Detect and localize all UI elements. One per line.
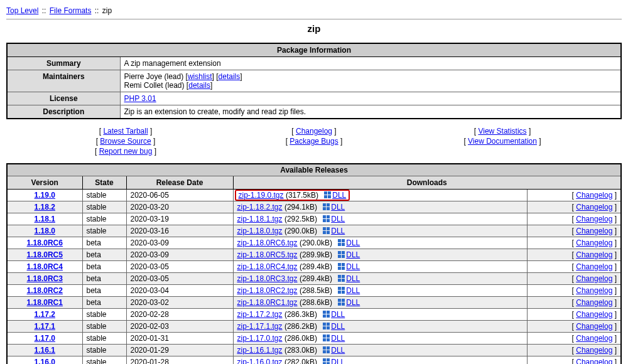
details-link[interactable]: details xyxy=(219,72,241,81)
table-row: 1.18.0stable2020-03-16zip-1.18.0.tgz (29… xyxy=(7,225,621,237)
dll-link[interactable]: DLL xyxy=(331,358,345,364)
download-tgz-link[interactable]: zip-1.18.0RC5.tgz xyxy=(237,250,298,259)
table-row: 1.17.2stable2020-02-28zip-1.17.2.tgz (28… xyxy=(7,309,621,321)
version-link[interactable]: 1.17.1 xyxy=(35,322,55,331)
table-row: 1.18.1stable2020-03-19zip-1.18.1.tgz (29… xyxy=(7,213,621,225)
row-changelog-link[interactable]: Changelog xyxy=(576,250,612,259)
dll-link[interactable]: DLL xyxy=(331,322,345,331)
breadcrumb-sep: :: xyxy=(95,6,99,15)
download-tgz-link[interactable]: zip-1.17.0.tgz xyxy=(237,334,283,343)
dll-link[interactable]: DLL xyxy=(346,286,360,295)
report-bug-link[interactable]: Report new bug xyxy=(99,147,153,156)
dll-link[interactable]: DLL xyxy=(331,310,345,319)
download-tgz-link[interactable]: zip-1.18.0RC6.tgz xyxy=(237,238,298,247)
wishlist-link[interactable]: wishlist xyxy=(188,72,212,81)
date-value: 2020-01-31 xyxy=(126,333,233,345)
col-date: Release Date xyxy=(126,176,233,190)
row-changelog-link[interactable]: Changelog xyxy=(576,358,612,364)
download-cell: zip-1.16.1.tgz (283.0kB) DLL xyxy=(233,345,527,356)
date-value: 2020-02-28 xyxy=(126,309,233,321)
dll-link[interactable]: DLL xyxy=(346,238,360,247)
version-link[interactable]: 1.18.0RC6 xyxy=(27,238,63,247)
breadcrumb-formats[interactable]: File Formats xyxy=(50,6,92,15)
dll-link[interactable]: DLL xyxy=(331,203,345,211)
row-changelog-link[interactable]: Changelog xyxy=(576,274,612,283)
version-link[interactable]: 1.19.0 xyxy=(35,191,55,200)
version-link[interactable]: 1.18.0RC3 xyxy=(27,274,63,283)
download-tgz-link[interactable]: zip-1.18.0RC3.tgz xyxy=(237,274,298,283)
view-stats-link[interactable]: View Statistics xyxy=(478,127,526,136)
version-link[interactable]: 1.18.0 xyxy=(35,227,55,235)
download-tgz-link[interactable]: zip-1.18.2.tgz xyxy=(237,203,283,211)
state-value: stable xyxy=(82,201,126,213)
download-tgz-link[interactable]: zip-1.18.0RC2.tgz xyxy=(237,286,298,295)
breadcrumb-top[interactable]: Top Level xyxy=(6,6,38,15)
dll-link[interactable]: DLL xyxy=(331,346,345,355)
row-changelog-link[interactable]: Changelog xyxy=(576,298,612,307)
row-changelog-link[interactable]: Changelog xyxy=(576,346,612,355)
table-row: 1.18.0RC3beta2020-03-05zip-1.18.0RC3.tgz… xyxy=(7,273,621,285)
download-tgz-link[interactable]: zip-1.16.0.tgz xyxy=(237,358,283,364)
dll-link[interactable]: DLL xyxy=(331,334,345,343)
download-tgz-link[interactable]: zip-1.17.1.tgz xyxy=(237,322,283,331)
row-changelog-link[interactable]: Changelog xyxy=(576,310,612,319)
dll-link[interactable]: DLL xyxy=(346,250,360,259)
download-tgz-link[interactable]: zip-1.18.0.tgz xyxy=(237,227,283,235)
version-link[interactable]: 1.17.2 xyxy=(35,310,55,319)
download-tgz-link[interactable]: zip-1.17.2.tgz xyxy=(237,310,283,319)
download-cell: zip-1.16.0.tgz (282.0kB) DLL xyxy=(233,356,527,365)
version-link[interactable]: 1.16.1 xyxy=(35,346,55,355)
maintainer-name: Pierre Joye (lead) [ xyxy=(124,72,188,81)
row-changelog-link[interactable]: Changelog xyxy=(576,262,612,271)
view-docs-link[interactable]: View Documentation xyxy=(468,137,537,146)
version-link[interactable]: 1.18.0RC2 xyxy=(27,286,63,295)
package-bugs-link[interactable]: Package Bugs xyxy=(290,137,338,146)
download-tgz-link[interactable]: zip-1.16.1.tgz xyxy=(237,346,283,355)
row-changelog-link[interactable]: Changelog xyxy=(576,203,612,211)
mid-links: [ Latest Tarball ] [ Browse Source ] [ R… xyxy=(31,126,597,157)
breadcrumb: Top Level :: File Formats :: zip xyxy=(6,6,622,15)
changelog-cell: [ Changelog ] xyxy=(527,190,621,201)
version-link[interactable]: 1.18.1 xyxy=(35,215,55,223)
dll-link[interactable]: DLL xyxy=(331,215,345,223)
divider xyxy=(6,19,622,19)
download-tgz-link[interactable]: zip-1.18.0RC4.tgz xyxy=(237,262,298,271)
changelog-link[interactable]: Changelog xyxy=(296,127,332,136)
download-cell: zip-1.17.0.tgz (286.0kB) DLL xyxy=(233,333,527,345)
browse-source-link[interactable]: Browse Source xyxy=(100,137,151,146)
row-changelog-link[interactable]: Changelog xyxy=(576,238,612,247)
windows-icon xyxy=(323,346,330,353)
row-changelog-link[interactable]: Changelog xyxy=(576,191,612,200)
license-link[interactable]: PHP 3.01 xyxy=(124,94,156,103)
row-changelog-link[interactable]: Changelog xyxy=(576,322,612,331)
date-value: 2020-03-19 xyxy=(126,213,233,225)
row-changelog-link[interactable]: Changelog xyxy=(576,286,612,295)
windows-icon xyxy=(323,311,330,318)
dll-link[interactable]: DLL xyxy=(346,298,360,307)
version-link[interactable]: 1.18.2 xyxy=(35,203,55,211)
state-value: beta xyxy=(82,237,126,249)
windows-icon xyxy=(323,323,330,329)
download-tgz-link[interactable]: zip-1.18.0RC1.tgz xyxy=(237,298,298,307)
row-changelog-link[interactable]: Changelog xyxy=(576,215,612,223)
version-link[interactable]: 1.16.0 xyxy=(35,358,55,364)
details-link[interactable]: details xyxy=(188,81,210,90)
version-link[interactable]: 1.18.0RC4 xyxy=(27,262,63,271)
version-link[interactable]: 1.18.0RC5 xyxy=(27,250,63,259)
latest-tarball-link[interactable]: Latest Tarball xyxy=(103,127,148,136)
row-changelog-link[interactable]: Changelog xyxy=(576,334,612,343)
version-link[interactable]: 1.17.0 xyxy=(35,334,55,343)
table-row: 1.17.0stable2020-01-31zip-1.17.0.tgz (28… xyxy=(7,333,621,345)
download-tgz-link[interactable]: zip-1.19.0.tgz xyxy=(239,191,284,200)
date-value: 2020-03-20 xyxy=(126,201,233,213)
download-tgz-link[interactable]: zip-1.18.1.tgz xyxy=(237,215,283,223)
row-changelog-link[interactable]: Changelog xyxy=(576,227,612,235)
download-cell: zip-1.18.0RC3.tgz (289.4kB) DLL xyxy=(233,273,527,285)
version-link[interactable]: 1.18.0RC1 xyxy=(27,298,63,307)
dll-link[interactable]: DLL xyxy=(346,262,360,271)
dll-link[interactable]: DLL xyxy=(331,227,345,235)
download-cell: zip-1.19.0.tgz (317.5kB) DLL xyxy=(233,190,527,201)
dll-link[interactable]: DLL xyxy=(332,191,346,200)
dll-link[interactable]: DLL xyxy=(346,274,360,283)
changelog-cell: [ Changelog ] xyxy=(527,333,621,345)
